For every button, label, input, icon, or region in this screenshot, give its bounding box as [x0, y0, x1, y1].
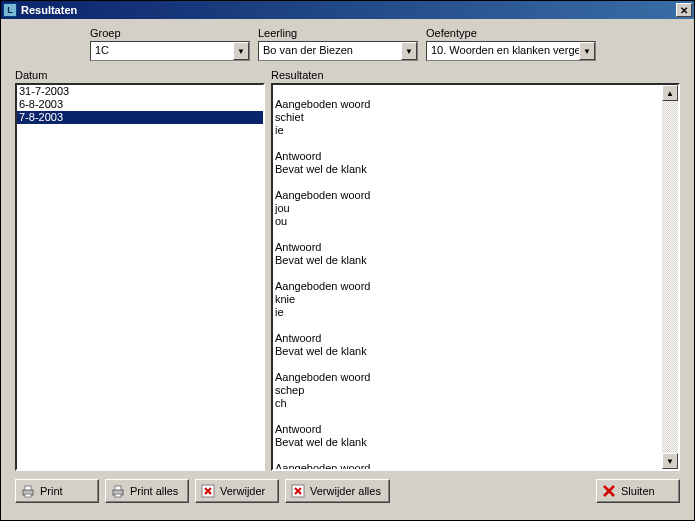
filter-groep: Groep 1C ▼ [90, 27, 250, 61]
delete-x-icon [200, 483, 216, 499]
verwijder-button[interactable]: Verwijder [195, 479, 279, 503]
printer-icon [20, 483, 36, 499]
verwijder-alles-button[interactable]: Verwijder alles [285, 479, 390, 503]
close-x-icon [601, 483, 617, 499]
printer-icon [110, 483, 126, 499]
oefentype-value: 10. Woorden en klanken vergelijk [427, 42, 579, 60]
button-row: Print Print alles Verwijder Verwijder al… [15, 479, 680, 503]
list-item[interactable]: 31-7-2003 [17, 85, 263, 98]
scroll-track[interactable] [662, 101, 678, 453]
scrollbar-vertical[interactable]: ▲ ▼ [662, 85, 678, 469]
chevron-down-icon[interactable]: ▼ [579, 42, 595, 60]
print-label: Print [40, 485, 63, 497]
svg-rect-1 [25, 486, 31, 490]
datum-listbox[interactable]: 31-7-20036-8-20037-8-2003 [15, 83, 265, 471]
groep-combo[interactable]: 1C ▼ [90, 41, 250, 61]
scroll-up-button[interactable]: ▲ [662, 85, 678, 101]
sluiten-button[interactable]: Sluiten [596, 479, 680, 503]
scroll-down-button[interactable]: ▼ [662, 453, 678, 469]
print-alles-button[interactable]: Print alles [105, 479, 189, 503]
resultaten-label: Resultaten [271, 69, 680, 81]
groep-label: Groep [90, 27, 250, 39]
list-item[interactable]: 6-8-2003 [17, 98, 263, 111]
print-button[interactable]: Print [15, 479, 99, 503]
chevron-down-icon[interactable]: ▼ [233, 42, 249, 60]
delete-x-icon [290, 483, 306, 499]
verwijder-label: Verwijder [220, 485, 265, 497]
list-item[interactable]: 7-8-2003 [17, 111, 263, 124]
lists-row: Datum 31-7-20036-8-20037-8-2003 Resultat… [15, 69, 680, 471]
leerling-combo[interactable]: Bo van der Biezen ▼ [258, 41, 418, 61]
leerling-value: Bo van der Biezen [259, 42, 401, 60]
datum-column: Datum 31-7-20036-8-20037-8-2003 [15, 69, 265, 471]
filter-oefentype: Oefentype 10. Woorden en klanken vergeli… [426, 27, 596, 61]
filter-leerling: Leerling Bo van der Biezen ▼ [258, 27, 418, 61]
oefentype-combo[interactable]: 10. Woorden en klanken vergelijk ▼ [426, 41, 596, 61]
content-area: Groep 1C ▼ Leerling Bo van der Biezen ▼ … [1, 19, 694, 509]
leerling-label: Leerling [258, 27, 418, 39]
oefentype-label: Oefentype [426, 27, 596, 39]
svg-rect-2 [25, 494, 31, 497]
groep-value: 1C [91, 42, 233, 60]
print-alles-label: Print alles [130, 485, 178, 497]
app-icon: L [3, 3, 17, 17]
resultaten-text: Aangeboden woord schiet ie Antwoord Beva… [273, 85, 662, 469]
filter-row: Groep 1C ▼ Leerling Bo van der Biezen ▼ … [15, 27, 680, 61]
window-close-button[interactable]: ✕ [676, 3, 692, 17]
svg-rect-4 [115, 486, 121, 490]
svg-rect-5 [115, 494, 121, 497]
chevron-down-icon[interactable]: ▼ [401, 42, 417, 60]
window-title: Resultaten [21, 4, 676, 16]
resultaten-listbox[interactable]: Aangeboden woord schiet ie Antwoord Beva… [271, 83, 680, 471]
datum-label: Datum [15, 69, 265, 81]
verwijder-alles-label: Verwijder alles [310, 485, 381, 497]
titlebar: L Resultaten ✕ [1, 1, 694, 19]
sluiten-label: Sluiten [621, 485, 655, 497]
resultaten-column: Resultaten Aangeboden woord schiet ie An… [271, 69, 680, 471]
